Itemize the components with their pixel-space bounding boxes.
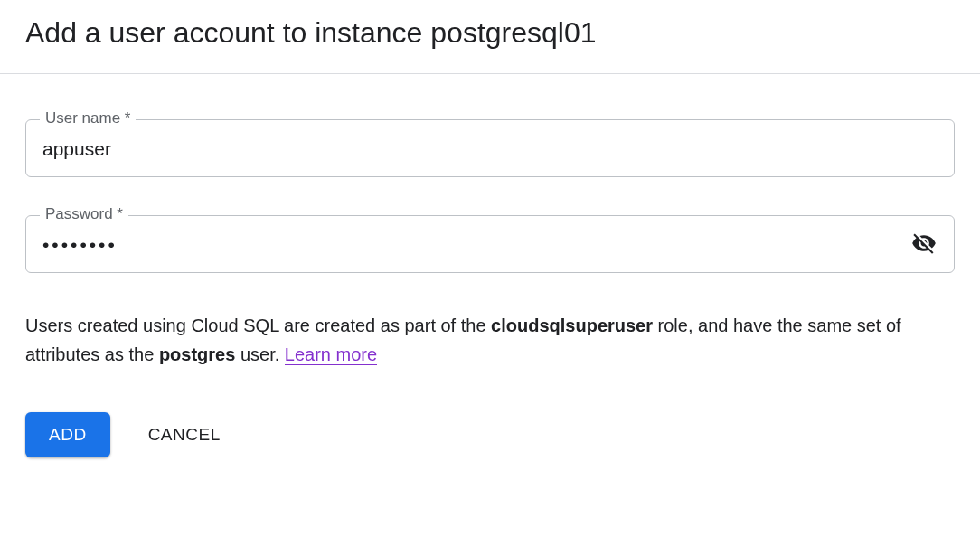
info-role-name: cloudsqlsuperuser: [491, 316, 653, 335]
info-text-part1: Users created using Cloud SQL are create…: [25, 316, 491, 335]
cancel-button[interactable]: CANCEL: [148, 412, 221, 457]
button-row: ADD CANCEL: [25, 412, 955, 457]
info-text-part3: user.: [235, 344, 284, 364]
password-label: Password *: [40, 205, 128, 223]
eye-off-icon: [911, 231, 937, 259]
add-button[interactable]: ADD: [25, 412, 110, 457]
password-visibility-toggle[interactable]: [909, 230, 938, 259]
learn-more-link[interactable]: Learn more: [285, 344, 377, 365]
form-content: User name * Password * Users created usi…: [0, 74, 980, 483]
username-input[interactable]: [25, 119, 955, 177]
username-field-wrapper: User name *: [25, 119, 955, 177]
page-title: Add a user account to instance postgresq…: [25, 16, 955, 50]
info-text: Users created using Cloud SQL are create…: [25, 311, 955, 369]
info-user-name: postgres: [159, 344, 235, 364]
header-bar: Add a user account to instance postgresq…: [0, 0, 980, 74]
password-input[interactable]: [25, 215, 955, 273]
password-field-wrapper: Password *: [25, 215, 955, 273]
username-label: User name *: [40, 109, 136, 127]
